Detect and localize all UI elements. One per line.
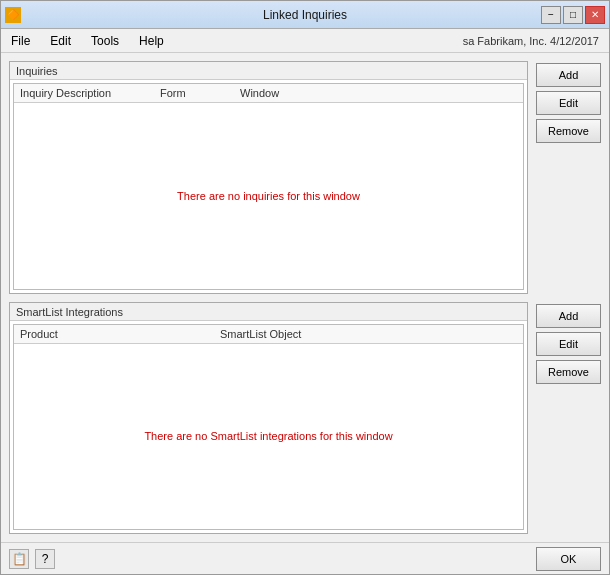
menu-items: File Edit Tools Help	[1, 29, 174, 52]
inquiries-table-header: Inquiry Description Form Window	[14, 84, 523, 103]
menu-bar: File Edit Tools Help sa Fabrikam, Inc. 4…	[1, 29, 609, 53]
inquiries-table: Inquiry Description Form Window There ar…	[13, 83, 524, 290]
inquiries-section: Inquiries Inquiry Description Form Windo…	[9, 61, 528, 294]
window-header: Window	[240, 87, 360, 99]
menu-help[interactable]: Help	[129, 29, 174, 52]
inquiries-table-body: There are no inquiries for this window	[14, 103, 523, 289]
smartlist-row: SmartList Integrations Product SmartList…	[9, 302, 601, 535]
menu-edit[interactable]: Edit	[40, 29, 81, 52]
main-window: 🔶 Linked Inquiries − □ ✕ File Edit Tools…	[0, 0, 610, 575]
menu-info: sa Fabrikam, Inc. 4/12/2017	[463, 35, 609, 47]
minimize-button[interactable]: −	[541, 6, 561, 24]
title-bar-left: 🔶	[5, 7, 21, 23]
window-controls: − □ ✕	[541, 6, 605, 24]
smartlist-remove-button[interactable]: Remove	[536, 360, 601, 384]
smartlist-buttons: Add Edit Remove	[536, 302, 601, 535]
status-icons: 📋 ?	[9, 549, 55, 569]
inquiries-row: Inquiries Inquiry Description Form Windo…	[9, 61, 601, 294]
inquiries-section-label: Inquiries	[10, 62, 527, 80]
product-header: Product	[20, 328, 220, 340]
clipboard-icon[interactable]: 📋	[9, 549, 29, 569]
close-button[interactable]: ✕	[585, 6, 605, 24]
inquiries-edit-button[interactable]: Edit	[536, 91, 601, 115]
smartlist-section-label: SmartList Integrations	[10, 303, 527, 321]
smartlist-table-header: Product SmartList Object	[14, 325, 523, 344]
menu-tools[interactable]: Tools	[81, 29, 129, 52]
inquiry-desc-header: Inquiry Description	[20, 87, 160, 99]
smartlist-add-button[interactable]: Add	[536, 304, 601, 328]
inquiries-add-button[interactable]: Add	[536, 63, 601, 87]
title-bar: 🔶 Linked Inquiries − □ ✕	[1, 1, 609, 29]
window-title: Linked Inquiries	[263, 8, 347, 22]
smartlist-table-body: There are no SmartList integrations for …	[14, 344, 523, 530]
form-header: Form	[160, 87, 240, 99]
smartlist-edit-button[interactable]: Edit	[536, 332, 601, 356]
menu-file[interactable]: File	[1, 29, 40, 52]
status-bar: 📋 ? OK	[1, 542, 609, 574]
smartlist-empty-message: There are no SmartList integrations for …	[144, 430, 392, 442]
sections-wrapper: Inquiries Inquiry Description Form Windo…	[9, 61, 601, 534]
app-icon: 🔶	[5, 7, 21, 23]
main-content: Inquiries Inquiry Description Form Windo…	[1, 53, 609, 542]
smartlist-obj-header: SmartList Object	[220, 328, 380, 340]
smartlist-section: SmartList Integrations Product SmartList…	[9, 302, 528, 535]
smartlist-table: Product SmartList Object There are no Sm…	[13, 324, 524, 531]
help-icon[interactable]: ?	[35, 549, 55, 569]
restore-button[interactable]: □	[563, 6, 583, 24]
inquiries-remove-button[interactable]: Remove	[536, 119, 601, 143]
inquiries-empty-message: There are no inquiries for this window	[177, 190, 360, 202]
ok-button[interactable]: OK	[536, 547, 601, 571]
inquiries-buttons: Add Edit Remove	[536, 61, 601, 294]
